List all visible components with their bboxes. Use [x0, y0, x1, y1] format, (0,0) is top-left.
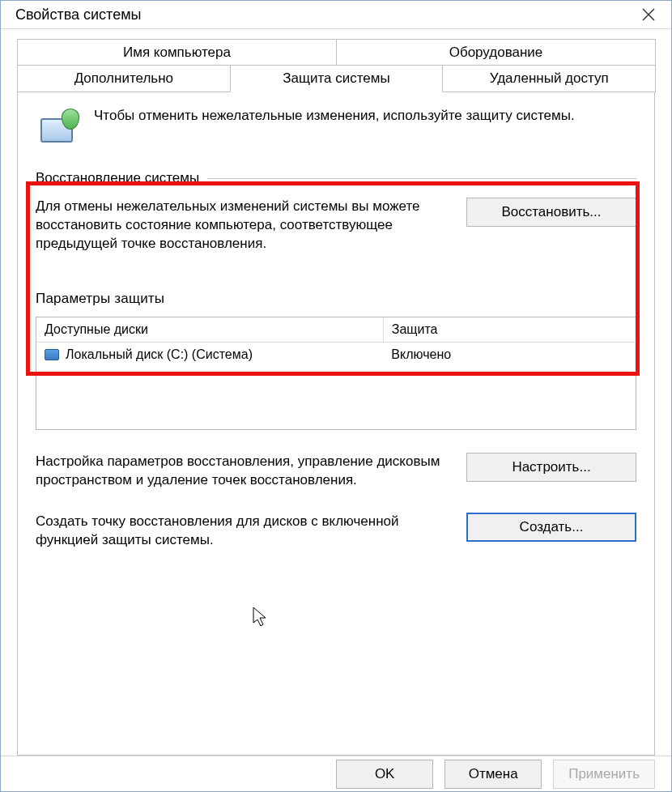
tab-label: Имя компьютера	[123, 45, 231, 60]
tab-label: Защита системы	[283, 70, 389, 86]
create-button[interactable]: Создать...	[466, 513, 636, 542]
button-label: OK	[375, 766, 395, 782]
tab-system-protection[interactable]: Защита системы	[230, 65, 444, 92]
configure-row: Настройка параметров восстановления, упр…	[36, 453, 636, 490]
tab-hardware[interactable]: Оборудование	[336, 39, 656, 66]
configure-description: Настройка параметров восстановления, упр…	[36, 453, 450, 490]
tabs-container: Имя компьютера Оборудование Дополнительн…	[1, 29, 671, 756]
system-properties-window: Свойства системы Имя компьютера Оборудов…	[0, 0, 672, 792]
tab-remote[interactable]: Удаленный доступ	[442, 65, 656, 92]
button-label: Восстановить...	[501, 204, 601, 220]
dialog-button-bar: OK Отмена Применить	[1, 756, 671, 791]
system-protection-icon	[36, 107, 81, 152]
section-legend: Восстановление системы	[36, 170, 636, 186]
drive-name: Локальный диск (C:) (Система)	[66, 347, 253, 362]
close-button[interactable]	[626, 1, 671, 28]
protection-settings-legend-truncated: Параметры защиты	[36, 291, 636, 307]
col-header-protection: Защита	[384, 317, 636, 343]
button-label: Применить	[568, 766, 640, 782]
legend-text: Восстановление системы	[36, 170, 199, 186]
tab-advanced[interactable]: Дополнительно	[17, 65, 231, 92]
intro-text: Чтобы отменить нежелательные изменения, …	[94, 107, 575, 152]
drive-protection-status: Включено	[383, 343, 636, 367]
button-label: Настроить...	[512, 459, 590, 475]
configure-button[interactable]: Настроить...	[466, 453, 636, 482]
create-row: Создать точку восстановления для дисков …	[36, 513, 636, 550]
col-header-drives: Доступные диски	[36, 317, 384, 343]
tabs-row-2: Дополнительно Защита системы Удаленный д…	[17, 65, 655, 92]
button-label: Создать...	[520, 519, 584, 535]
mouse-cursor-icon	[253, 607, 269, 628]
drives-list[interactable]: Доступные диски Защита Локальный диск (C…	[36, 317, 636, 430]
restore-description: Для отмены нежелательных изменений систе…	[36, 198, 450, 253]
tabs-row-1: Имя компьютера Оборудование	[17, 39, 655, 66]
legend-line	[207, 178, 636, 179]
apply-button: Применить	[553, 760, 655, 789]
drives-header: Доступные диски Защита	[36, 317, 636, 343]
tab-label: Оборудование	[449, 45, 543, 60]
button-label: Отмена	[469, 766, 518, 782]
drive-row[interactable]: Локальный диск (C:) (Система) Включено	[36, 343, 636, 367]
restore-body: Для отмены нежелательных изменений систе…	[36, 198, 636, 253]
window-title: Свойства системы	[15, 6, 141, 23]
titlebar: Свойства системы	[1, 1, 671, 29]
create-description: Создать точку восстановления для дисков …	[36, 513, 450, 550]
intro-row: Чтобы отменить нежелательные изменения, …	[36, 107, 636, 152]
tab-panel-system-protection: Чтобы отменить нежелательные изменения, …	[17, 92, 655, 756]
restore-button[interactable]: Восстановить...	[466, 198, 636, 227]
tab-label: Удаленный доступ	[490, 70, 609, 86]
tab-computer-name[interactable]: Имя компьютера	[17, 39, 337, 66]
disk-icon	[45, 349, 59, 360]
cancel-button[interactable]: Отмена	[444, 760, 542, 789]
close-icon	[642, 8, 655, 21]
system-restore-section: Восстановление системы Для отмены нежела…	[36, 170, 636, 253]
tab-label: Дополнительно	[74, 70, 173, 86]
ok-button[interactable]: OK	[336, 760, 433, 789]
